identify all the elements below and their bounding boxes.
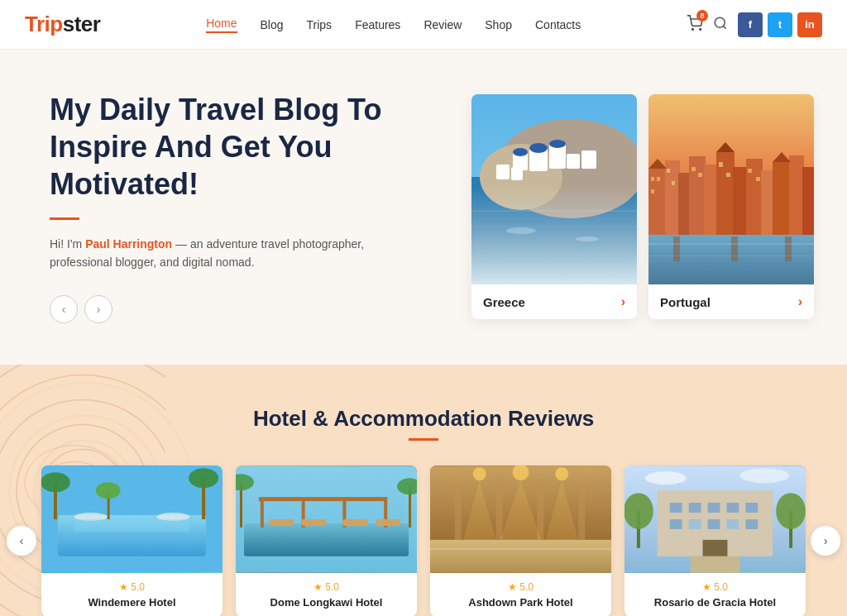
hotel-rating-3: 5.0 bbox=[519, 581, 534, 593]
star-icon-3: ★ bbox=[508, 581, 517, 593]
nav-shop[interactable]: Shop bbox=[485, 18, 512, 31]
svg-rect-15 bbox=[511, 167, 523, 180]
svg-rect-104 bbox=[689, 503, 701, 513]
greece-label: Greece › bbox=[471, 284, 637, 319]
svg-rect-16 bbox=[567, 154, 580, 169]
carousel-next-button[interactable]: › bbox=[811, 526, 840, 556]
hotel-name-4: Rosario de Gracia Hotel bbox=[634, 596, 796, 609]
hotel-card-2[interactable]: ★ 5.0 Dome Longkawi Hotel bbox=[236, 466, 417, 616]
svg-rect-113 bbox=[703, 540, 728, 556]
svg-rect-38 bbox=[651, 189, 654, 193]
svg-rect-36 bbox=[651, 177, 654, 181]
svg-rect-39 bbox=[667, 169, 670, 173]
svg-point-18 bbox=[506, 227, 536, 234]
search-icon bbox=[713, 16, 728, 31]
hotel-card-3[interactable]: ★ 5.0 Ashdown Park Hotel bbox=[430, 466, 611, 616]
prev-button[interactable]: ‹ bbox=[50, 295, 78, 323]
hotel-scene-1 bbox=[41, 466, 223, 573]
hotel-stars-2: ★ 5.0 bbox=[246, 581, 407, 593]
hotel-stars-1: ★ 5.0 bbox=[51, 581, 213, 593]
nav-review[interactable]: Review bbox=[424, 18, 462, 31]
reviews-section: Hotel & Accommodation Reviews ‹ bbox=[0, 365, 847, 616]
destination-card-portugal[interactable]: Portugal › bbox=[648, 94, 814, 319]
svg-rect-52 bbox=[785, 236, 792, 261]
hotel-info-1: ★ 5.0 Windemere Hotel bbox=[41, 573, 223, 616]
svg-point-19 bbox=[576, 236, 599, 241]
star-icon-1: ★ bbox=[119, 581, 128, 593]
svg-rect-44 bbox=[726, 173, 730, 177]
svg-rect-34 bbox=[789, 155, 804, 235]
svg-rect-103 bbox=[670, 503, 682, 513]
nav-home[interactable]: Home bbox=[206, 17, 237, 33]
nav-contacts[interactable]: Contacts bbox=[535, 18, 581, 31]
hotel-card-4[interactable]: ★ 5.0 Rosario de Gracia Hotel bbox=[624, 466, 806, 616]
twitter-icon[interactable]: t bbox=[768, 12, 792, 37]
svg-rect-53 bbox=[648, 243, 814, 245]
svg-rect-30 bbox=[733, 167, 748, 235]
svg-rect-51 bbox=[731, 236, 738, 261]
hotel-name-1: Windemere Hotel bbox=[51, 596, 213, 609]
svg-rect-50 bbox=[673, 236, 680, 261]
svg-rect-72 bbox=[74, 519, 189, 532]
hero-desc-prefix: Hi! I'm bbox=[50, 237, 85, 251]
svg-point-96 bbox=[555, 467, 568, 480]
hero-description: Hi! I'm Paul Harrington — an adventure t… bbox=[50, 235, 397, 272]
svg-rect-100 bbox=[430, 548, 611, 550]
svg-rect-109 bbox=[689, 519, 701, 529]
hero-section: My Daily Travel Blog To Inspire And Get … bbox=[0, 50, 847, 365]
svg-point-94 bbox=[473, 467, 486, 480]
svg-rect-20 bbox=[471, 210, 637, 212]
svg-rect-37 bbox=[657, 177, 660, 181]
cart-badge: 8 bbox=[696, 10, 708, 21]
star-icon-4: ★ bbox=[702, 581, 711, 593]
svg-rect-17 bbox=[581, 150, 596, 169]
svg-rect-83 bbox=[376, 519, 400, 526]
hotel-card-1[interactable]: ★ 5.0 Windemere Hotel bbox=[41, 466, 223, 616]
facebook-icon[interactable]: f bbox=[738, 12, 763, 37]
nav-features[interactable]: Features bbox=[355, 18, 400, 31]
svg-rect-108 bbox=[670, 519, 682, 529]
svg-rect-35 bbox=[802, 167, 814, 235]
destination-card-greece[interactable]: Greece › bbox=[471, 94, 637, 319]
hotel-stars-3: ★ 5.0 bbox=[440, 581, 601, 593]
svg-rect-28 bbox=[704, 165, 718, 235]
hero-author: Paul Harrington bbox=[85, 237, 172, 251]
hotel-info-4: ★ 5.0 Rosario de Gracia Hotel bbox=[624, 573, 806, 616]
greece-scene bbox=[471, 94, 637, 284]
greece-image bbox=[471, 94, 637, 284]
logo-ster: ster bbox=[63, 12, 101, 36]
hotel-name-2: Dome Longkawi Hotel bbox=[246, 596, 407, 609]
logo[interactable]: Tripster bbox=[25, 12, 100, 37]
greece-arrow: › bbox=[621, 294, 625, 309]
cart-button[interactable]: 8 bbox=[687, 15, 703, 35]
instagram-icon[interactable]: in bbox=[797, 12, 822, 37]
svg-rect-14 bbox=[496, 165, 510, 179]
hotel-rating-4: 5.0 bbox=[714, 581, 728, 593]
star-icon-2: ★ bbox=[313, 581, 323, 593]
svg-point-12 bbox=[529, 143, 548, 153]
hotel-info-3: ★ 5.0 Ashdown Park Hotel bbox=[430, 573, 611, 616]
svg-rect-111 bbox=[726, 519, 739, 529]
svg-rect-46 bbox=[756, 177, 760, 181]
svg-rect-5 bbox=[471, 177, 637, 284]
svg-point-117 bbox=[776, 493, 806, 529]
svg-rect-82 bbox=[342, 519, 367, 526]
svg-rect-33 bbox=[773, 162, 791, 235]
nav-blog[interactable]: Blog bbox=[261, 18, 284, 31]
svg-point-67 bbox=[189, 468, 218, 488]
header: Tripster Home Blog Trips Features Review… bbox=[0, 0, 847, 50]
hotel-rating-1: 5.0 bbox=[131, 581, 145, 593]
svg-point-2 bbox=[715, 17, 725, 27]
next-button[interactable]: › bbox=[84, 295, 112, 323]
search-button[interactable] bbox=[713, 16, 728, 34]
svg-point-11 bbox=[513, 148, 528, 156]
svg-rect-92 bbox=[537, 478, 543, 540]
hotel-image-2 bbox=[236, 466, 417, 573]
svg-rect-110 bbox=[708, 519, 720, 529]
hotel-stars-4: ★ 5.0 bbox=[634, 581, 796, 593]
svg-point-120 bbox=[739, 468, 789, 483]
nav-trips[interactable]: Trips bbox=[307, 18, 333, 31]
portugal-name: Portugal bbox=[660, 295, 711, 309]
portugal-arrow: › bbox=[798, 294, 802, 309]
carousel-prev-button[interactable]: ‹ bbox=[7, 526, 36, 556]
